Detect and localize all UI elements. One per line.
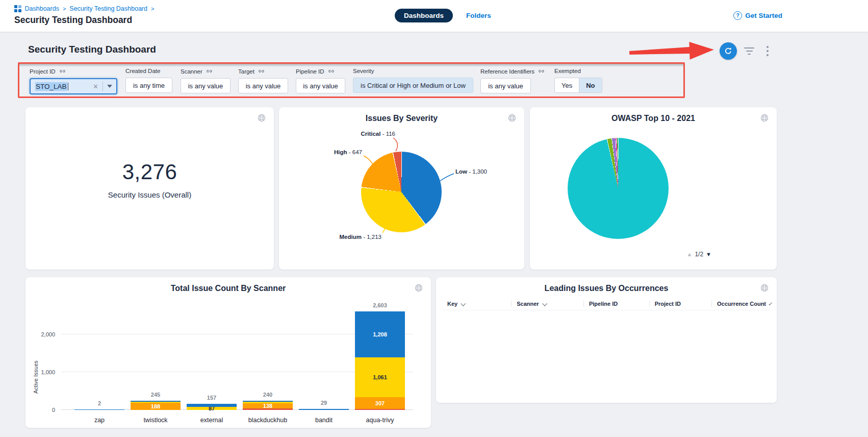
page-up-arrow-icon[interactable]: ▲ <box>687 251 693 257</box>
y-tick-1000: 1,000 <box>41 369 55 375</box>
page-title: Security Testing Dashboard <box>14 15 132 26</box>
filter-project-id: Project ID STO_LAB ✕ <box>30 68 117 94</box>
dashboard-more-menu-button[interactable] <box>767 46 769 58</box>
pie-label-critical: Critical - 116 <box>361 131 395 137</box>
bar-segment-zap-low[interactable] <box>74 409 124 410</box>
bar-segment-twistlock-high[interactable]: 188 <box>131 403 181 410</box>
bar-segment-twistlock-medium[interactable] <box>131 402 181 403</box>
bar-segment-bandit-low[interactable] <box>299 409 349 410</box>
bar-total-label: 240 <box>243 392 293 398</box>
bar-chart-title: Total Issue Count By Scanner <box>25 284 431 293</box>
filter-pipeline-id-label: Pipeline ID <box>296 68 324 75</box>
bar-bandit[interactable]: 29 <box>299 409 349 410</box>
card-leading-issues-by-occurrences: Leading Issues By Occurrences Key Scanne… <box>436 277 777 403</box>
bar-segment-twistlock-low[interactable] <box>131 401 181 402</box>
bar-segment-blackduckhub-medium[interactable] <box>243 402 293 403</box>
bar-segment-aqua-trivy-low[interactable]: 1,208 <box>355 311 405 357</box>
filter-severity-label: Severity <box>353 68 374 74</box>
refresh-button[interactable] <box>720 42 737 60</box>
page-down-arrow-icon[interactable]: ▼ <box>706 251 711 257</box>
bar-aqua-trivy[interactable]: 3071,0611,2082,603 <box>355 311 405 410</box>
refresh-icon <box>724 46 733 56</box>
filter-severity: Severity is Critical or High or Medium o… <box>353 68 473 93</box>
bar-twistlock[interactable]: 188245 <box>131 401 181 410</box>
bar-segment-external-medium[interactable]: 87 <box>187 407 237 410</box>
bar-segment-blackduckhub-low[interactable] <box>243 401 293 402</box>
bar-zap[interactable]: 2 <box>74 409 124 410</box>
project-id-value: STO_LAB <box>35 82 67 91</box>
bar-blackduckhub[interactable]: 138240 <box>243 401 293 410</box>
bar-total-label: 2 <box>74 400 124 406</box>
target-filter-button[interactable]: is any value <box>238 78 288 93</box>
column-header-project-id[interactable]: Project ID <box>649 301 711 307</box>
bar-segment-external-low[interactable] <box>187 404 237 406</box>
bar-total-label: 245 <box>131 392 181 398</box>
security-testing-dashboard-screen: Dashboards > Security Testing Dashboard … <box>0 0 868 437</box>
owasp-pie-chart[interactable] <box>568 138 669 239</box>
pie-label-medium: Medium - 1,213 <box>340 234 381 240</box>
segment-value-label: 1,208 <box>355 311 405 357</box>
severity-pie-chart[interactable] <box>361 152 442 232</box>
severity-filter-button[interactable]: is Critical or High or Medium or Low <box>353 78 473 93</box>
breadcrumb-dashboard-link[interactable]: Security Testing Dashboard <box>69 5 147 12</box>
get-started-link[interactable]: ? Get Started <box>733 11 782 20</box>
clear-project-id-button[interactable]: ✕ <box>89 83 103 90</box>
annotation-arrow <box>629 39 717 64</box>
bar-segment-aqua-trivy-high[interactable]: 307 <box>355 397 405 409</box>
filter-created-date-label: Created Date <box>125 68 160 74</box>
chevron-down-icon <box>769 302 772 305</box>
x-axis-label-aqua-trivy: aqua-trivy <box>355 417 405 424</box>
bar-total-label: 157 <box>187 395 237 401</box>
card-issues-by-severity: Issues By Severity Critical - 116 High -… <box>279 107 524 270</box>
reference-identifiers-filter-button[interactable]: is any value <box>480 78 531 93</box>
text-cursor <box>68 83 69 90</box>
pie-label-low: Low - 1,300 <box>455 168 487 175</box>
bar-segment-blackduckhub-high[interactable]: 138 <box>243 403 293 408</box>
y-tick-0: 0 <box>52 407 55 413</box>
link-icon <box>258 68 265 75</box>
x-axis-label-zap: zap <box>74 417 124 424</box>
created-date-filter-button[interactable]: is any time <box>125 78 172 93</box>
column-header-scanner[interactable]: Scanner <box>511 301 583 307</box>
occurrences-table-title: Leading Issues By Occurrences <box>436 284 777 293</box>
bar-segment-aqua-trivy-critical[interactable] <box>355 409 405 410</box>
help-question-icon: ? <box>733 11 742 20</box>
column-header-pipeline-id[interactable]: Pipeline ID <box>583 301 649 307</box>
scanner-filter-button[interactable]: is any value <box>181 78 231 93</box>
tab-dashboards[interactable]: Dashboards <box>395 9 453 22</box>
chevron-down-icon <box>542 301 547 306</box>
link-icon <box>206 68 213 75</box>
breadcrumb: Dashboards > Security Testing Dashboard … <box>14 5 154 12</box>
segment-value-label: 87 <box>187 407 237 410</box>
x-axis-label-blackduckhub: blackduckhub <box>243 417 293 424</box>
pipeline-id-filter-button[interactable]: is any value <box>296 78 345 93</box>
filter-exempted-label: Exempted <box>554 68 581 74</box>
dashboard-filter-button[interactable] <box>744 47 755 57</box>
globe-icon[interactable] <box>258 114 266 124</box>
pie-label-high: High - 647 <box>334 149 362 155</box>
annotation-highlight-box: Project ID STO_LAB ✕ Created Date is any… <box>18 62 685 98</box>
segment-value-label: 1,061 <box>355 357 405 398</box>
filter-project-id-label: Project ID <box>30 68 117 75</box>
filter-created-date: Created Date is any time <box>125 68 172 93</box>
segment-value-label: 138 <box>243 403 293 408</box>
tab-folders[interactable]: Folders <box>466 12 491 19</box>
link-icon <box>59 68 66 75</box>
owasp-chart-title: OWASP Top 10 - 2021 <box>530 114 777 123</box>
page-indicator: 1/2 <box>695 251 703 258</box>
chevron-down-icon <box>461 301 466 306</box>
breadcrumb-dashboards-link[interactable]: Dashboards <box>25 5 59 12</box>
exempted-no-button[interactable]: No <box>579 78 601 92</box>
column-header-occurrence-count[interactable]: Occurrence Count <box>711 301 771 307</box>
card-owasp-top-10: OWASP Top 10 - 2021 ▲ 1/2 ▼ <box>530 107 777 270</box>
y-tick-2000: 2,000 <box>41 331 55 337</box>
filter-target-label: Target <box>238 68 254 75</box>
project-id-combobox[interactable]: STO_LAB ✕ <box>30 78 117 94</box>
bar-external[interactable]: 87157 <box>187 404 237 410</box>
owasp-pagination: ▲ 1/2 ▼ <box>687 251 711 258</box>
column-header-key[interactable]: Key <box>442 301 511 307</box>
exempted-yes-button[interactable]: Yes <box>555 78 579 92</box>
bar-segment-aqua-trivy-medium[interactable]: 1,061 <box>355 357 405 398</box>
filter-scanner: Scanner is any value <box>181 68 231 93</box>
project-id-dropdown-caret[interactable] <box>103 85 116 88</box>
